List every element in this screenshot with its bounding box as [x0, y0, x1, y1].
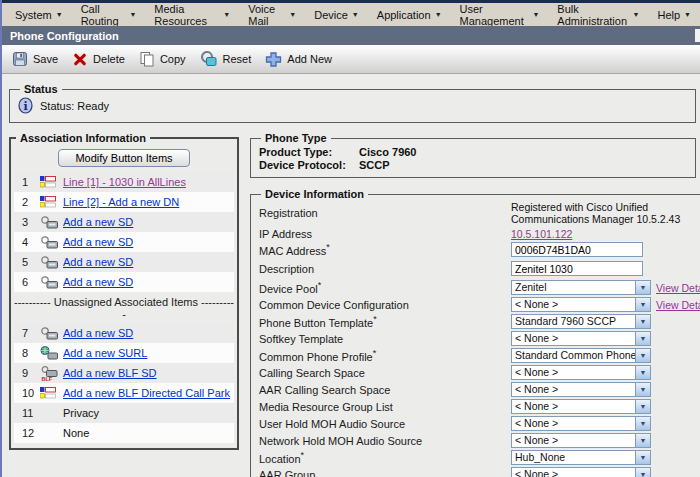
common-phone-profile-select[interactable]: Standard Common Phone Profile▼ — [511, 348, 651, 363]
view-details-link-common-device-configuration[interactable]: View Details — [656, 299, 700, 311]
field-row-aar-calling-search-space: AAR Calling Search Space< None >▼ — [259, 382, 700, 397]
phone-button-template-select[interactable]: Standard 7960 SCCP▼ — [511, 314, 651, 329]
add-new-button[interactable]: Add New — [263, 49, 342, 69]
toolbar: SaveDeleteCopyResetAdd New — [2, 45, 700, 74]
field-row-common-device-configuration: Common Device Configuration< None >▼View… — [259, 297, 700, 312]
network-hold-moh-audio-source-select[interactable]: < None >▼ — [511, 433, 651, 448]
description-input[interactable] — [511, 261, 643, 276]
add-new-icon — [265, 51, 282, 67]
required-asterisk: * — [373, 314, 377, 324]
chevron-down-icon: ▼ — [635, 332, 650, 345]
chevron-down-icon: ▼ — [635, 451, 650, 464]
association-row-6: 6Add a new SD — [14, 272, 234, 292]
field-label: MAC Address* — [259, 242, 511, 257]
phone-configuration-page: System▼Call Routing▼Media Resources▼Voic… — [0, 0, 700, 477]
menu-bulk-administration[interactable]: Bulk Administration▼ — [548, 3, 648, 27]
view-details-link-device-pool[interactable]: View Details — [656, 282, 700, 294]
association-text-privacy: Privacy — [63, 407, 99, 419]
field-row-softkey-template: Softkey Template< None >▼ — [259, 331, 700, 346]
association-link-add-a-new-sd[interactable]: Add a new SD — [63, 236, 133, 248]
association-text-none: None — [63, 427, 89, 439]
menu-user-management[interactable]: User Management▼ — [451, 3, 549, 27]
row-number: 5 — [14, 256, 40, 268]
row-number: 1 — [14, 176, 40, 188]
association-row-10: 10Add a new BLF Directed Call Park — [14, 383, 234, 403]
modify-button-items-button[interactable]: Modify Button Items — [58, 149, 189, 167]
row-number: 6 — [14, 276, 40, 288]
chevron-down-icon: ▼ — [635, 434, 650, 447]
field-row-registration: RegistrationRegistered with Cisco Unifie… — [259, 201, 700, 225]
sd-icon — [40, 276, 63, 289]
menu-call-routing[interactable]: Call Routing▼ — [72, 3, 146, 27]
field-row-phone-button-template: Phone Button Template*Standard 7960 SCCP… — [259, 314, 700, 329]
field-row-common-phone-profile: Common Phone Profile*Standard Common Pho… — [259, 348, 700, 363]
info-icon: i — [18, 97, 33, 114]
field-row-aar-group: AAR Group< None >▼ — [259, 467, 700, 477]
common-device-configuration-select[interactable]: < None >▼ — [511, 297, 651, 312]
association-link-line-2-add-a-new-dn[interactable]: Line [2] - Add a new DN — [63, 196, 179, 208]
media-resource-group-list-select[interactable]: < None >▼ — [511, 399, 651, 414]
reset-icon — [200, 51, 218, 67]
mac-address-input[interactable] — [511, 242, 643, 257]
chevron-down-icon: ▼ — [635, 315, 650, 328]
association-link-add-a-new-sd[interactable]: Add a new SD — [63, 256, 133, 268]
menu-help[interactable]: Help▼ — [648, 9, 700, 21]
status-section: Status i Status: Ready — [9, 83, 696, 123]
line-icon — [40, 176, 63, 188]
device-pool-select[interactable]: Zenitel▼ — [511, 280, 651, 295]
select-value: Standard 7960 SCCP — [512, 315, 635, 328]
aar-group-select[interactable]: < None >▼ — [511, 467, 651, 477]
chevron-down-icon: ▼ — [635, 349, 650, 362]
field-row-ip-address: IP Address10.5.101.122 — [259, 227, 700, 240]
save-icon — [12, 51, 28, 67]
association-link-add-a-new-blf-sd[interactable]: Add a new BLF SD — [63, 367, 157, 379]
field-label: Common Device Configuration — [259, 299, 511, 311]
menu-bar: System▼Call Routing▼Media Resources▼Voic… — [2, 0, 700, 26]
sd-icon — [40, 236, 63, 249]
status-text: Status: Ready — [40, 100, 109, 112]
menu-media-resources[interactable]: Media Resources▼ — [145, 3, 239, 27]
menu-label: System — [15, 9, 52, 21]
user-hold-moh-audio-source-select[interactable]: < None >▼ — [511, 416, 651, 431]
title-bar: Phone Configuration — [2, 26, 700, 45]
association-row-9: 9BLFAdd a new BLF SD — [14, 363, 234, 383]
menu-device[interactable]: Device▼ — [305, 9, 368, 21]
association-row-5: 5Add a new SD — [14, 252, 234, 272]
menu-system[interactable]: System▼ — [6, 9, 72, 21]
device-information-section: Device Information RegistrationRegistere… — [250, 188, 700, 477]
association-row-1: 1Line [1] - 1030 in AllLines — [14, 172, 234, 192]
association-link-add-a-new-blf-directed-call-park[interactable]: Add a new BLF Directed Call Park — [63, 387, 230, 399]
association-link-add-a-new-sd[interactable]: Add a new SD — [63, 216, 133, 228]
menu-application[interactable]: Application▼ — [368, 9, 451, 21]
chevron-down-icon: ▼ — [223, 11, 230, 18]
association-link-add-a-new-sd[interactable]: Add a new SD — [63, 276, 133, 288]
chevron-down-icon: ▼ — [129, 11, 136, 18]
sd-icon — [40, 216, 63, 229]
field-link-ip-address[interactable]: 10.5.101.122 — [511, 228, 572, 240]
required-asterisk: * — [301, 450, 305, 460]
association-link-add-a-new-surl[interactable]: Add a new SURL — [63, 347, 147, 359]
row-number: 8 — [14, 347, 40, 359]
device-information-legend: Device Information — [261, 188, 368, 200]
menu-voice-mail[interactable]: Voice Mail▼ — [239, 3, 305, 27]
reset-button[interactable]: Reset — [198, 49, 262, 69]
aar-calling-search-space-select[interactable]: < None >▼ — [511, 382, 651, 397]
calling-search-space-select[interactable]: < None >▼ — [511, 365, 651, 380]
softkey-template-select[interactable]: < None >▼ — [511, 331, 651, 346]
association-link-line-1-1030-in-alllines[interactable]: Line [1] - 1030 in AllLines — [63, 176, 186, 188]
blfsd-icon: BLF — [40, 366, 63, 381]
association-link-add-a-new-sd[interactable]: Add a new SD — [63, 327, 133, 339]
save-button[interactable]: Save — [10, 49, 68, 69]
copy-button[interactable]: Copy — [137, 49, 196, 69]
required-asterisk: * — [318, 280, 322, 290]
select-value: < None > — [512, 298, 635, 311]
device-protocol-label: Device Protocol: — [259, 159, 359, 171]
toolbar-button-label: Add New — [287, 53, 332, 65]
page-title: Phone Configuration — [10, 30, 119, 42]
field-label: Softkey Template — [259, 333, 511, 345]
location-select[interactable]: Hub_None▼ — [511, 450, 651, 465]
device-information-fields: RegistrationRegistered with Cisco Unifie… — [259, 201, 700, 477]
field-row-network-hold-moh-audio-source: Network Hold MOH Audio Source< None >▼ — [259, 433, 700, 448]
association-row-8: 8Add a new SURL — [14, 343, 234, 363]
delete-button[interactable]: Delete — [70, 50, 135, 69]
